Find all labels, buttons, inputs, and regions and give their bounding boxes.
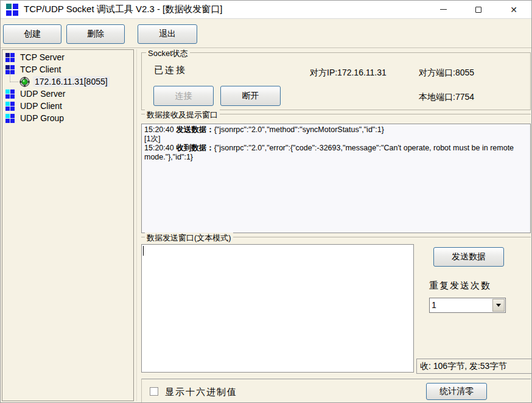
receive-log[interactable]: 15:20:40 发送数据：{"jsonrpc":"2.0","method":… (141, 124, 531, 233)
tree-item-udp-group[interactable]: UDP Group (2, 112, 133, 124)
byte-counter: 收: 106字节, 发:53字节 (416, 359, 532, 374)
delete-button[interactable]: 删除 (66, 24, 125, 44)
tree-item-label: UDP Group (18, 113, 66, 124)
tcp-node-icon (5, 53, 15, 62)
log-line: [1次] (144, 135, 528, 144)
tree-item-172-16-11-31-8055-[interactable]: 172.16.11.31[8055] (2, 75, 133, 88)
minimize-icon (440, 9, 447, 10)
app-icon (6, 4, 18, 16)
show-hex-checkbox[interactable] (150, 387, 158, 396)
tree-item-label: UDP Client (18, 100, 64, 111)
exit-button[interactable]: 退出 (138, 24, 197, 44)
tree-item-label: TCP Client (18, 64, 63, 75)
repeat-count-label: 重复发送次数 (429, 280, 491, 292)
bottom-panel: 显示十六进制值 统计清零 (141, 379, 531, 402)
repeat-count-value: 1 (432, 300, 436, 310)
app-window: TCP/UDP Socket 调试工具 V2.3 - [数据收发窗口] ✕ 创建… (0, 0, 532, 403)
maximize-button[interactable] (461, 1, 496, 18)
udp-node-icon (5, 114, 15, 123)
clear-stats-button[interactable]: 统计清零 (426, 383, 487, 400)
send-group-title: 数据发送窗口(文本模式) (145, 233, 233, 244)
connect-button[interactable]: 连接 (153, 86, 214, 106)
close-icon: ✕ (510, 5, 517, 14)
udp-node-icon (5, 102, 15, 111)
local-port-label: 本地端口:7754 (419, 92, 474, 103)
combobox-dropdown-button[interactable] (492, 299, 505, 312)
show-hex-label: 显示十六进制值 (165, 387, 237, 398)
window-title: TCP/UDP Socket 调试工具 V2.3 - [数据收发窗口] (24, 4, 222, 15)
title-bar: TCP/UDP Socket 调试工具 V2.3 - [数据收发窗口] ✕ (1, 1, 531, 19)
socket-status-group: Socket状态 已连接 对方IP:172.16.11.31 对方端口:8055… (141, 52, 531, 110)
close-button[interactable]: ✕ (496, 1, 531, 18)
peer-port-label: 对方端口:8055 (419, 68, 474, 79)
toolbar: 创建 删除 退出 (1, 19, 531, 48)
tree-item-tcp-client[interactable]: TCP Client (2, 63, 133, 75)
text-caret (143, 246, 144, 256)
panel-splitter[interactable] (136, 49, 137, 401)
receive-group-title: 数据接收及提示窗口 (145, 110, 220, 121)
disconnect-button[interactable]: 断开 (220, 86, 281, 106)
chevron-down-icon (496, 304, 501, 307)
connection-state-label: 已连接 (154, 65, 187, 76)
send-data-input[interactable] (141, 244, 414, 373)
log-line: 15:20:40 发送数据：{"jsonrpc":"2.0","method":… (144, 125, 528, 135)
tree-item-udp-client[interactable]: UDP Client (2, 100, 133, 112)
minimize-button[interactable] (425, 1, 461, 18)
create-button[interactable]: 创建 (3, 24, 61, 44)
connection-tree: TCP ServerTCP Client172.16.11.31[8055]UD… (2, 49, 134, 401)
send-data-button[interactable]: 发送数据 (433, 247, 504, 267)
log-line: 15:20:40 收到数据：{"jsonrpc":"2.0","error":{… (144, 144, 528, 162)
tree-item-tcp-server[interactable]: TCP Server (2, 51, 133, 63)
peer-ip-label: 对方IP:172.16.11.31 (310, 68, 387, 79)
tree-connector-line (10, 71, 18, 82)
tree-item-label: UDP Server (18, 88, 67, 99)
main-content: Socket状态 已连接 对方IP:172.16.11.31 对方端口:8055… (139, 48, 531, 402)
socket-status-group-title: Socket状态 (146, 48, 190, 59)
maximize-icon (475, 7, 481, 13)
tree-item-label: 172.16.11.31[8055] (33, 76, 110, 87)
repeat-count-combobox[interactable]: 1 (429, 298, 506, 313)
connected-socket-icon (19, 77, 30, 87)
tree-item-label: TCP Server (18, 52, 66, 63)
udp-node-icon (5, 89, 15, 99)
tree-item-udp-server[interactable]: UDP Server (2, 88, 133, 100)
window-controls: ✕ (425, 1, 531, 18)
